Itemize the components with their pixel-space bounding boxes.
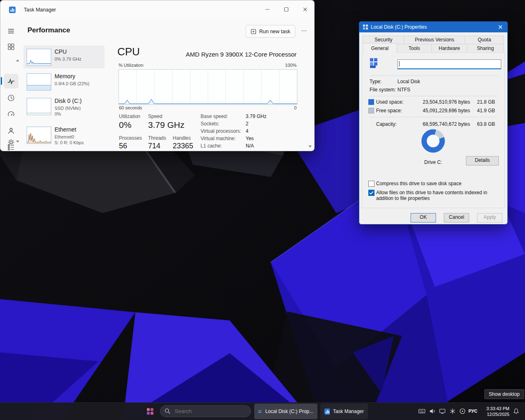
page-title: Performance xyxy=(27,26,70,34)
taskbar-app-label: Local Disk (C:) Prop... xyxy=(265,409,313,414)
tab-sharing[interactable]: Sharing xyxy=(467,44,504,53)
tab-previous-versions[interactable]: Previous Versions xyxy=(404,36,465,44)
sidebar-scroll-up[interactable] xyxy=(16,59,19,61)
clock[interactable]: 3:33:43 PM 12/25/2025 xyxy=(479,406,509,417)
compress-checkbox[interactable] xyxy=(368,181,374,187)
start-button[interactable] xyxy=(144,406,156,417)
used-space-label: Used space: xyxy=(376,99,404,105)
axis-label-100: 100% xyxy=(283,63,297,68)
new-task-icon xyxy=(251,29,256,34)
axis-label-utilization: % Utilization xyxy=(119,63,144,68)
type-value: Local Disk xyxy=(397,79,420,84)
separator xyxy=(370,117,498,117)
maximize-button[interactable] xyxy=(278,3,295,16)
index-checkbox-label: Allow files on this drive to have conten… xyxy=(376,190,499,201)
used-space-bytes: 23,504,510,976 bytes xyxy=(413,99,470,105)
touch-keyboard-icon[interactable] xyxy=(418,408,425,415)
type-label: Type: xyxy=(370,79,381,84)
dialog-close-button[interactable] xyxy=(493,22,507,32)
network-icon[interactable] xyxy=(439,408,446,415)
taskbar-search[interactable] xyxy=(160,405,251,417)
run-new-task-button[interactable]: Run new task xyxy=(246,25,295,38)
task-manager-titlebar[interactable]: Task Manager xyxy=(0,0,314,19)
more-options-button[interactable]: ··· xyxy=(299,26,309,36)
compress-checkbox-label: Compress this drive to save disk space xyxy=(376,181,499,186)
separator xyxy=(370,75,498,76)
perf-item-ethernet[interactable]: Ethernet Ethernet0 S: 0 R: 0 Kbps xyxy=(23,123,105,149)
stat-processes: Processes 56 xyxy=(119,135,142,150)
dialog-titlebar[interactable]: Local Disk (C:) Properties xyxy=(359,22,507,32)
snowflake-icon[interactable] xyxy=(449,408,456,415)
task-manager-app-icon xyxy=(324,409,330,415)
show-desktop-tooltip: Show desktop xyxy=(484,389,524,399)
close-button[interactable] xyxy=(297,3,314,16)
dialog-drive-icon xyxy=(363,24,369,30)
detail-sockets: Sockets:2 xyxy=(201,121,249,127)
disk-properties-dialog: Local Disk (C:) Properties Security Prev… xyxy=(359,21,508,225)
details-button[interactable]: Details xyxy=(466,156,499,166)
startup-apps-icon[interactable] xyxy=(7,111,15,118)
processes-icon[interactable] xyxy=(7,43,15,50)
sidebar-scroll-down[interactable] xyxy=(16,141,19,143)
cancel-button[interactable]: Cancel xyxy=(444,213,469,222)
minimize-button[interactable] xyxy=(259,3,276,16)
tab-hardware[interactable]: Hardware xyxy=(431,44,467,53)
used-space-size: 21.8 GB xyxy=(472,99,495,105)
perf-item-disk[interactable]: Disk 0 (C:) SSD (NVMe) 0% xyxy=(23,95,105,122)
task-manager-nav-rail xyxy=(0,19,22,151)
axis-label-0: 0 xyxy=(292,105,297,110)
perf-item-sub: Ethernet0 xyxy=(55,134,74,140)
settings-gear-icon[interactable] xyxy=(7,138,15,146)
tab-quota[interactable]: Quota xyxy=(465,36,504,44)
language-indicator[interactable]: РУС xyxy=(468,409,477,413)
filesystem-value: NTFS xyxy=(397,87,410,93)
perf-item-sub: 0% 3.79 GHz xyxy=(55,57,81,62)
window-scroll-down[interactable] xyxy=(308,145,312,148)
free-space-swatch xyxy=(368,108,374,114)
volume-icon[interactable] xyxy=(429,408,436,415)
drive-icon xyxy=(258,409,262,415)
index-checkbox[interactable] xyxy=(368,190,374,196)
perf-item-name: Memory xyxy=(55,73,75,79)
volume-label-input[interactable] xyxy=(397,59,501,69)
taskbar-app-disk-properties[interactable]: Local Disk (C:) Prop... xyxy=(254,404,317,419)
taskbar: Local Disk (C:) Prop... Task Manager xyxy=(0,402,525,420)
perf-item-cpu[interactable]: CPU 0% 3.79 GHz xyxy=(23,45,105,68)
used-space-swatch xyxy=(368,99,374,105)
tab-tools[interactable]: Tools xyxy=(397,44,432,53)
memory-mini-graph xyxy=(27,73,51,91)
detail-virtual-machine: Virtual machine:Yes xyxy=(201,136,254,141)
drive-icon xyxy=(370,58,379,68)
apply-button[interactable]: Apply xyxy=(477,213,502,222)
disk-mini-graph xyxy=(27,98,51,115)
perf-item-sub2: 0% xyxy=(55,111,61,117)
performance-icon[interactable] xyxy=(7,77,15,85)
desktop: This PC Recycle Bin Control Panel Adm xyxy=(0,0,525,420)
run-new-task-label: Run new task xyxy=(259,29,290,34)
text-caret xyxy=(399,61,399,66)
menu-icon[interactable] xyxy=(7,27,15,35)
ok-button[interactable]: OK xyxy=(411,213,436,222)
users-icon[interactable] xyxy=(7,127,15,134)
ethernet-mini-graph xyxy=(27,127,51,144)
maximize-icon xyxy=(283,6,290,13)
search-input[interactable] xyxy=(174,408,241,415)
tab-general[interactable]: General xyxy=(363,43,397,53)
app-history-icon[interactable] xyxy=(7,94,15,102)
free-space-size: 41.9 GB xyxy=(472,108,495,114)
separator xyxy=(370,96,498,96)
tray-circle-icon[interactable] xyxy=(459,408,466,415)
taskbar-app-task-manager[interactable]: Task Manager xyxy=(320,404,368,419)
window-title: Task Manager xyxy=(24,7,56,13)
detail-base-speed: Base speed:3.79 GHz xyxy=(201,114,267,119)
filesystem-label: File system: xyxy=(370,87,396,93)
task-manager-app-icon xyxy=(9,7,16,13)
cpu-processor-name: AMD Ryzen 9 3900X 12-Core Processor xyxy=(164,51,297,58)
start-icon xyxy=(146,408,154,415)
taskbar-app-label: Task Manager xyxy=(333,409,364,414)
notifications-bell-icon[interactable] xyxy=(513,408,520,415)
capacity-size: 63.8 GB xyxy=(472,121,495,127)
perf-item-name: Ethernet xyxy=(55,126,76,133)
perf-item-memory[interactable]: Memory 0.9/4.0 GB (22%) xyxy=(23,70,105,93)
clock-date: 12/25/2025 xyxy=(479,411,509,417)
